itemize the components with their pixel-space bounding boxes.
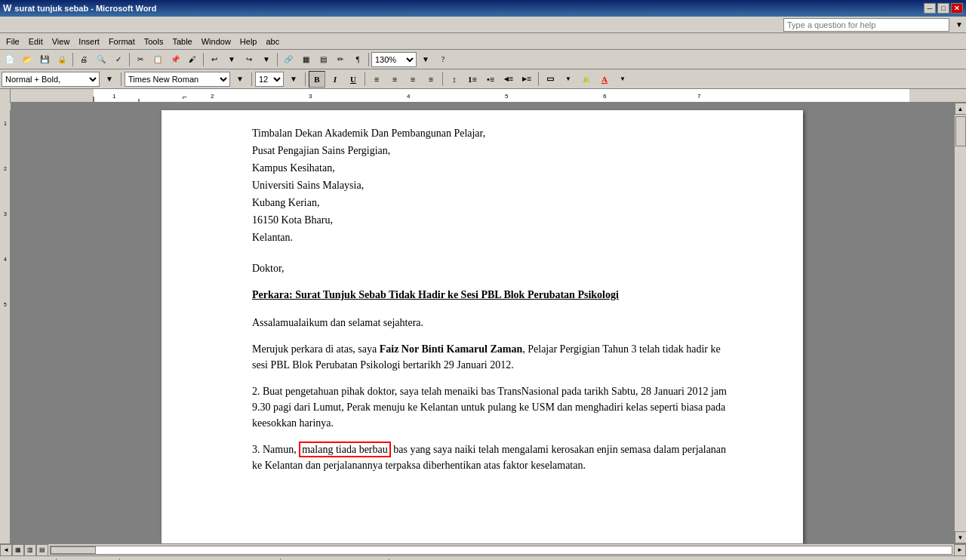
picture-button[interactable]: 📷 bbox=[261, 556, 278, 561]
clipart-button[interactable]: 🖼 bbox=[244, 556, 260, 561]
style-select[interactable]: Normal + Bold, Normal Heading 1 bbox=[2, 72, 100, 87]
minimize-button[interactable]: ─ bbox=[924, 3, 936, 14]
print-button[interactable]: 🖨 bbox=[75, 51, 92, 68]
textbox-button[interactable]: A bbox=[192, 556, 208, 561]
menu-window[interactable]: Window bbox=[197, 35, 235, 48]
align-center-button[interactable]: ≡ bbox=[386, 71, 403, 88]
hyperlink-button[interactable]: 🔗 bbox=[280, 51, 297, 68]
align-right-button[interactable]: ≡ bbox=[405, 71, 421, 88]
menu-format[interactable]: Format bbox=[104, 35, 140, 48]
scroll-view-btn3[interactable]: ▤ bbox=[36, 544, 48, 556]
print-preview-button[interactable]: 🔍 bbox=[93, 51, 109, 68]
3d-button[interactable]: ⬟ bbox=[461, 556, 478, 561]
subject-line: Perkara: Surat Tunjuk Sebab Tidak Hadir … bbox=[252, 287, 735, 303]
address-line-2: Pusat Pengajian Sains Pergigian, bbox=[252, 143, 735, 158]
size-arrow[interactable]: ▼ bbox=[285, 71, 302, 88]
font-arrow[interactable]: ▼ bbox=[232, 71, 248, 88]
close-button[interactable]: ✕ bbox=[951, 3, 963, 14]
line-color-button[interactable]: 🖊 bbox=[318, 556, 334, 561]
help-button[interactable]: ? bbox=[435, 51, 451, 68]
line-color-arrow[interactable]: ▼ bbox=[335, 556, 352, 561]
scroll-left-button[interactable]: ◄ bbox=[0, 544, 12, 556]
copy-button[interactable]: 📋 bbox=[149, 51, 166, 68]
outside-border-button[interactable]: ▭ bbox=[542, 71, 558, 88]
bold-button[interactable]: B bbox=[309, 71, 325, 88]
linespacing-button[interactable]: ↕ bbox=[446, 71, 463, 88]
table-button[interactable]: ▦ bbox=[297, 51, 314, 68]
diagram-button[interactable]: 🔷 bbox=[226, 556, 243, 561]
drawing-button[interactable]: ✏ bbox=[332, 51, 349, 68]
maximize-button[interactable]: □ bbox=[937, 3, 949, 14]
justify-button[interactable]: ≡ bbox=[423, 71, 439, 88]
align-left-button[interactable]: ≡ bbox=[368, 71, 385, 88]
menu-edit[interactable]: Edit bbox=[24, 35, 48, 48]
address-line-4: Universiti Sains Malaysia, bbox=[252, 177, 735, 193]
fill-color-arrow[interactable]: ▼ bbox=[300, 556, 317, 561]
italic-button[interactable]: I bbox=[327, 71, 343, 88]
increase-indent-button[interactable]: ▸≡ bbox=[518, 71, 535, 88]
font-color-draw-arrow[interactable]: ▼ bbox=[370, 556, 386, 561]
select-object-button[interactable]: ↖ bbox=[37, 556, 54, 561]
h-scroll-thumb[interactable] bbox=[51, 546, 96, 554]
address-line-3: Kampus Kesihatan, bbox=[252, 160, 735, 176]
permission-button[interactable]: 🔒 bbox=[54, 51, 70, 68]
menu-insert[interactable]: Insert bbox=[74, 35, 104, 48]
size-select[interactable]: 12 10 14 16 bbox=[255, 72, 284, 87]
font-color-draw-button[interactable]: A bbox=[352, 556, 369, 561]
rectangle-button[interactable]: □ bbox=[157, 556, 174, 561]
open-button[interactable]: 📂 bbox=[19, 51, 35, 68]
title-bar-buttons[interactable]: ─ □ ✕ bbox=[924, 3, 963, 14]
scroll-right-button[interactable]: ► bbox=[954, 544, 966, 556]
paste-button[interactable]: 📌 bbox=[167, 51, 183, 68]
svg-rect-10 bbox=[0, 103, 11, 110]
menu-help[interactable]: Help bbox=[235, 35, 262, 48]
show-hide-button[interactable]: ¶ bbox=[349, 51, 366, 68]
arrow-button[interactable]: ↗ bbox=[140, 556, 156, 561]
scroll-up-button[interactable]: ▲ bbox=[955, 103, 967, 115]
h-scroll-track[interactable] bbox=[50, 546, 952, 555]
redo-dropdown-button[interactable]: ▼ bbox=[258, 51, 275, 68]
numbering-button[interactable]: 1≡ bbox=[464, 71, 481, 88]
format-painter-button[interactable]: 🖌 bbox=[184, 51, 201, 68]
border-arrow[interactable]: ▼ bbox=[560, 71, 577, 88]
scroll-view-btn2[interactable]: ▥ bbox=[24, 544, 36, 556]
shadow-button[interactable]: ◧ bbox=[444, 556, 460, 561]
font-select[interactable]: Times New Roman Arial Calibri bbox=[125, 72, 230, 87]
undo-dropdown-button[interactable]: ▼ bbox=[223, 51, 240, 68]
font-color-button[interactable]: A bbox=[596, 71, 613, 88]
line-style-button[interactable]: ≡ bbox=[392, 556, 408, 561]
vertical-scrollbar[interactable]: ▲ ▼ bbox=[954, 103, 966, 543]
menu-table[interactable]: Table bbox=[168, 35, 196, 48]
menu-tools[interactable]: Tools bbox=[140, 35, 168, 48]
line-button[interactable]: \ bbox=[122, 556, 139, 561]
cut-button[interactable]: ✂ bbox=[132, 51, 149, 68]
menu-file[interactable]: File bbox=[2, 35, 24, 48]
document-scroll-area[interactable]: Timbalan Dekan Akademik Dan Pembangunan … bbox=[11, 103, 954, 543]
arrow-style-button[interactable]: → bbox=[426, 556, 443, 561]
font-color-arrow[interactable]: ▼ bbox=[614, 71, 631, 88]
highlight-button[interactable]: A bbox=[578, 71, 595, 88]
fill-color-button[interactable]: 🎨 bbox=[283, 556, 300, 561]
scroll-down-button[interactable]: ▼ bbox=[955, 531, 967, 543]
zoom-select[interactable]: 130% 100% 75% bbox=[371, 52, 417, 67]
help-search-input[interactable] bbox=[783, 18, 949, 32]
undo-button[interactable]: ↩ bbox=[206, 51, 223, 68]
decrease-indent-button[interactable]: ◂≡ bbox=[500, 71, 517, 88]
dash-style-button[interactable]: -- bbox=[409, 556, 426, 561]
columns-button[interactable]: ▤ bbox=[315, 51, 331, 68]
underline-button[interactable]: U bbox=[345, 71, 361, 88]
style-arrow[interactable]: ▼ bbox=[101, 71, 118, 88]
zoom-arrow[interactable]: ▼ bbox=[417, 51, 434, 68]
spell-button[interactable]: ✓ bbox=[110, 51, 127, 68]
scroll-thumb[interactable] bbox=[955, 116, 966, 146]
wordart-button[interactable]: A bbox=[209, 556, 226, 561]
menu-view[interactable]: View bbox=[48, 35, 75, 48]
scroll-view-btn1[interactable]: ▦ bbox=[12, 544, 24, 556]
save-button[interactable]: 💾 bbox=[36, 51, 53, 68]
bullets-button[interactable]: •≡ bbox=[482, 71, 499, 88]
redo-button[interactable]: ↪ bbox=[241, 51, 257, 68]
new-button[interactable]: 📄 bbox=[2, 51, 18, 68]
menu-abc[interactable]: abc bbox=[261, 35, 284, 48]
help-arrow-icon[interactable]: ▼ bbox=[955, 20, 963, 29]
oval-button[interactable]: ○ bbox=[174, 556, 191, 561]
